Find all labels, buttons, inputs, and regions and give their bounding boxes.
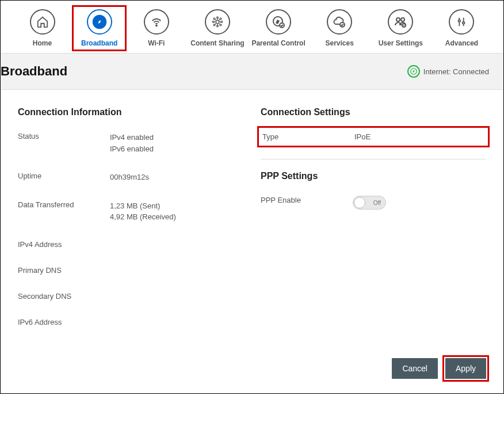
nav-item-label: Services <box>326 39 354 47</box>
ipv4-address-value <box>110 240 243 249</box>
toggle-state-text: Off <box>373 199 381 207</box>
status-label: Status <box>18 132 110 154</box>
svg-point-1 <box>156 25 157 26</box>
nav-item-label: Content Sharing <box>190 39 244 47</box>
footer-buttons: Cancel Apply <box>1 349 503 393</box>
data-transferred-value: 1,23 MB (Sent) 4,92 MB (Received) <box>110 200 243 223</box>
share-icon <box>205 9 230 35</box>
page-header: Broadband Internet: Connected <box>1 53 503 90</box>
page-title: Broadband <box>1 64 67 79</box>
nav-item-broadband[interactable]: Broadband <box>72 5 127 51</box>
ipv6-address-label: IPv6 Address <box>18 318 110 326</box>
nav-item-label: Advanced <box>445 39 478 47</box>
primary-dns-row: Primary DNS <box>18 266 243 275</box>
ppp-enable-toggle[interactable]: Off <box>353 196 386 210</box>
apply-button[interactable]: Apply <box>445 358 486 379</box>
data-transferred-row: Data Transferred 1,23 MB (Sent) 4,92 MB … <box>18 200 243 223</box>
apply-highlight: Apply <box>442 355 489 382</box>
connection-type-value: IPoE <box>354 132 484 141</box>
nav-item-services[interactable]: Services <box>312 9 367 47</box>
users-icon <box>388 9 413 35</box>
status-row: Status IPv4 enabled IPv6 enabled <box>18 132 243 154</box>
section-title: PPP Settings <box>261 171 486 181</box>
ipv4-address-row: IPv4 Address <box>18 240 243 249</box>
secondary-dns-label: Secondary DNS <box>18 292 110 301</box>
cancel-button[interactable]: Cancel <box>392 358 438 379</box>
uptime-value: 00h39m12s <box>110 172 243 183</box>
uptime-row: Uptime 00h39m12s <box>18 172 243 183</box>
section-title: Connection Settings <box>261 107 486 117</box>
internet-status: Internet: Connected <box>407 65 498 78</box>
tools-icon <box>449 9 474 35</box>
nav-item-parental-control[interactable]: Parental Control <box>251 9 306 47</box>
data-transferred-label: Data Transferred <box>18 200 110 223</box>
nav-item-advanced[interactable]: Advanced <box>434 9 489 47</box>
ppp-enable-label: PPP Enable <box>261 196 353 210</box>
svg-point-14 <box>396 18 400 21</box>
status-value: IPv4 enabled IPv6 enabled <box>110 132 243 154</box>
nav-item-user-settings[interactable]: User Settings <box>373 9 428 47</box>
svg-point-15 <box>401 18 404 21</box>
section-title: Connection Information <box>18 107 243 117</box>
ipv4-address-label: IPv4 Address <box>18 240 110 249</box>
home-icon <box>30 9 55 35</box>
nav-item-content-sharing[interactable]: Content Sharing <box>190 9 245 47</box>
cloud-check-icon <box>327 9 352 35</box>
ppp-enable-row: PPP Enable Off <box>261 196 486 210</box>
connection-type-label: Type <box>262 132 354 141</box>
toggle-knob <box>354 197 365 208</box>
nav-item-wifi[interactable]: Wi-Fi <box>129 9 184 47</box>
connection-type-row[interactable]: Type IPoE <box>257 126 490 147</box>
status-text: Internet: Connected <box>423 67 489 76</box>
secondary-dns-value <box>110 292 243 301</box>
connection-settings-section: Connection Settings Type IPoE PPP Settin… <box>261 107 486 344</box>
nav-item-label: Wi-Fi <box>148 39 165 47</box>
compass-status-icon <box>407 65 420 78</box>
svg-point-17 <box>403 25 404 26</box>
top-nav: Home Broadband Wi-Fi Content Sharing Par <box>1 1 503 53</box>
ipv6-address-row: IPv6 Address <box>18 318 243 326</box>
nav-item-label: Parental Control <box>251 39 305 47</box>
wifi-icon <box>144 9 169 35</box>
secondary-dns-row: Secondary DNS <box>18 292 243 301</box>
connection-information-section: Connection Information Status IPv4 enabl… <box>18 107 243 344</box>
nav-item-label: Home <box>33 39 52 47</box>
content-area: Connection Information Status IPv4 enabl… <box>1 90 503 349</box>
primary-dns-value <box>110 266 243 275</box>
nav-item-label: User Settings <box>379 39 423 47</box>
nav-item-home[interactable]: Home <box>15 9 70 47</box>
parental-icon <box>266 9 291 35</box>
uptime-label: Uptime <box>18 172 110 183</box>
compass-icon <box>87 9 112 35</box>
ipv6-address-value <box>110 318 243 326</box>
divider <box>261 159 486 159</box>
primary-dns-label: Primary DNS <box>18 266 110 275</box>
nav-item-label: Broadband <box>81 39 117 47</box>
svg-point-2 <box>216 20 219 24</box>
